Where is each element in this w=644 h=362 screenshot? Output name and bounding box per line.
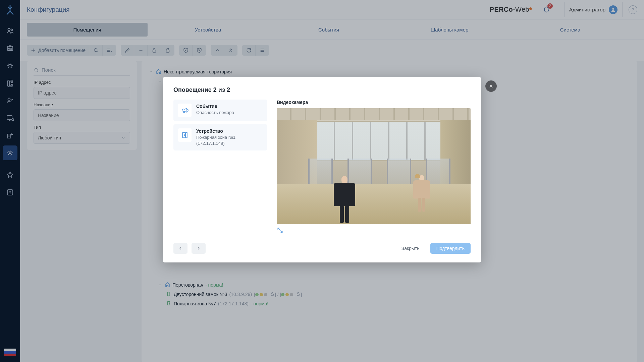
prev-button[interactable] [173,243,187,254]
megaphone-icon [178,104,192,117]
confirm-button[interactable]: Подтвердить [430,243,471,254]
event-heading: Событие [196,104,234,109]
camera-frame [277,108,471,224]
device-heading: Устройство [196,128,235,134]
door-icon [178,128,192,142]
modal-close-button[interactable] [485,80,497,92]
event-value: Опасность пожара [196,110,234,116]
notification-modal: Оповещение 2 из 2 Событие Опасность пожа… [163,77,481,262]
device-value: Пожарная зона №1(172.17.1.148) [196,134,235,146]
event-card: Событие Опасность пожара [173,100,267,121]
svg-rect-24 [185,132,187,138]
close-button[interactable]: Закрыть [395,243,426,254]
camera-person [413,175,430,212]
device-card: Устройство Пожарная зона №1(172.17.1.148… [173,124,267,150]
camera-heading: Видеокамера [277,100,471,105]
svg-point-25 [184,135,185,135]
expand-button[interactable] [277,227,283,234]
camera-person [334,176,355,223]
next-button[interactable] [192,243,206,254]
modal-title: Оповещение 2 из 2 [163,86,481,100]
